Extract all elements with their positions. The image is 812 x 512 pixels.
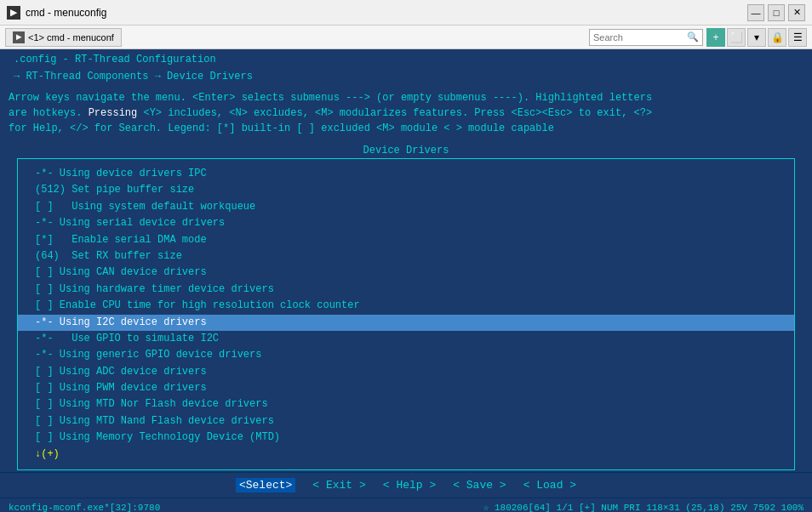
- breadcrumb-line2: → RT-Thread Components → Device Drivers: [7, 68, 805, 85]
- toolbar: ▶ <1> cmd - menuconf 🔍 + ⬜ ▾ 🔒 ☰: [0, 26, 812, 49]
- save-button[interactable]: < Save >: [453, 479, 506, 492]
- cmd-icon: ▶: [7, 6, 20, 20]
- info-line3: for Help, </> for Search. Legend: [*] bu…: [9, 122, 554, 134]
- help-button[interactable]: < Help >: [383, 479, 436, 492]
- menu-title: Device Drivers: [9, 141, 803, 158]
- exit-button[interactable]: < Exit >: [312, 479, 365, 492]
- close-button[interactable]: ✕: [788, 4, 805, 21]
- breadcrumb-container: .config - RT-Thread Configuration → RT-T…: [0, 49, 812, 87]
- tab-cmd-icon: ▶: [13, 31, 25, 43]
- toolbar-icons: + ⬜ ▾ 🔒 ☰: [706, 28, 807, 47]
- menu-item-9[interactable]: -*- Using I2C device drivers: [18, 315, 794, 331]
- status-left: kconfig-mconf.exe*[32]:9780: [9, 503, 160, 512]
- menu-box[interactable]: -*- Using device drivers IPC (512) Set p…: [17, 158, 795, 470]
- window-title: cmd - menuconfig: [26, 7, 106, 19]
- info-line2: are hotkeys. Pressing <Y> includes, <N> …: [9, 107, 652, 119]
- menu-item-4[interactable]: [*] Enable serial DMA mode: [18, 232, 794, 248]
- pressing-highlight: Pressing: [89, 107, 138, 119]
- menu-item-scroll: ↓(+): [18, 447, 794, 463]
- menu-item-11[interactable]: -*- Using generic GPIO device drivers: [18, 347, 794, 363]
- add-icon-button[interactable]: +: [706, 28, 725, 47]
- search-input[interactable]: [593, 32, 687, 43]
- menu-item-10[interactable]: -*- Use GPIO to simulate I2C: [18, 331, 794, 347]
- menu-item-12[interactable]: [ ] Using ADC device drivers: [18, 364, 794, 380]
- minimize-button[interactable]: —: [747, 4, 764, 21]
- terminal-area: Arrow keys navigate the menu. <Enter> se…: [0, 87, 812, 472]
- menu-item-6[interactable]: [ ] Using CAN device drivers: [18, 265, 794, 281]
- breadcrumb-line1: .config - RT-Thread Configuration: [7, 51, 805, 68]
- lock-icon-button[interactable]: 🔒: [768, 28, 786, 47]
- menu-item-7[interactable]: [ ] Using hardware timer device drivers: [18, 282, 794, 298]
- bottom-bar: <Select> < Exit > < Help > < Save > < Lo…: [0, 472, 812, 498]
- maximize-button[interactable]: □: [768, 4, 785, 21]
- menu-item-14[interactable]: [ ] Using MTD Nor Flash device drivers: [18, 396, 794, 412]
- monitor-icon-button[interactable]: ⬜: [727, 28, 746, 47]
- menu-item-8[interactable]: [ ] Enable CPU time for high resolution …: [18, 298, 794, 314]
- menu-item-13[interactable]: [ ] Using PWM device drivers: [18, 380, 794, 396]
- dropdown-icon-button[interactable]: ▾: [747, 28, 766, 47]
- title-bar: ▶ cmd - menuconfig — □ ✕: [0, 0, 812, 26]
- tab-label: <1> cmd - menuconf: [28, 32, 114, 43]
- menu-item-15[interactable]: [ ] Using MTD Nand Flash device drivers: [18, 413, 794, 430]
- menu-item-5[interactable]: (64) Set RX buffer size: [18, 248, 794, 265]
- menu-item-3[interactable]: -*- Using serial device drivers: [18, 215, 794, 231]
- title-bar-left: ▶ cmd - menuconfig: [7, 6, 106, 20]
- info-text: Arrow keys navigate the menu. <Enter> se…: [9, 90, 803, 136]
- search-button[interactable]: 🔍: [687, 31, 699, 43]
- status-bar: kconfig-mconf.exe*[32]:9780 ☆ 180206[64]…: [0, 498, 812, 512]
- menu-item-0[interactable]: -*- Using device drivers IPC: [18, 166, 794, 182]
- status-right: ☆ 180206[64] 1/1 [+] NUM PRI 118×31 (25,…: [483, 502, 803, 512]
- info-line1: Arrow keys navigate the menu. <Enter> se…: [9, 92, 652, 104]
- select-button[interactable]: <Select>: [236, 478, 295, 492]
- tab-cmd[interactable]: ▶ <1> cmd - menuconf: [5, 28, 122, 47]
- window-controls[interactable]: — □ ✕: [747, 4, 805, 21]
- menu-item-1[interactable]: (512) Set pipe buffer size: [18, 182, 794, 198]
- menu-icon-button[interactable]: ☰: [788, 28, 807, 47]
- search-box: 🔍: [589, 29, 703, 46]
- load-button[interactable]: < Load >: [523, 479, 576, 492]
- menu-item-2[interactable]: [ ] Using system default workqueue: [18, 199, 794, 215]
- menu-item-16[interactable]: [ ] Using Memory Technology Device (MTD): [18, 430, 794, 446]
